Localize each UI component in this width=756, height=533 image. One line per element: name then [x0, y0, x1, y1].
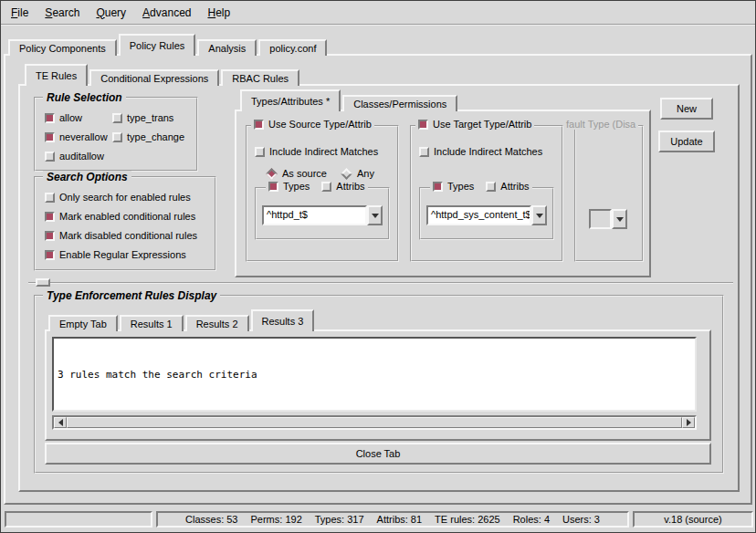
checkbox-indicator[interactable]: [433, 182, 443, 192]
checkbox-indicator[interactable]: [486, 182, 496, 192]
menu-advanced[interactable]: Advanced: [134, 3, 199, 23]
default-type-group: fault Type (Disa: [574, 125, 644, 262]
checkbox-label: Enable Regular Expressions: [59, 249, 186, 260]
rules-tab-row: TE Rules Conditional Expressions RBAC Ru…: [25, 64, 301, 86]
results-horizontal-scrollbar[interactable]: [52, 415, 697, 430]
tab-rbac-rules[interactable]: RBAC Rules: [221, 69, 299, 86]
tab-label: Empty Tab: [59, 319, 107, 329]
status-segment-stats: Classes: 53 Perms: 192 Types: 317 Attrib…: [156, 511, 629, 528]
source-types-attribs-group: Types Attribs ^httpd_t$: [255, 187, 390, 240]
target-group-legend[interactable]: Use Target Type/Attrib: [415, 119, 534, 130]
target-type-combo: ^httpd_sys_content_t$: [426, 205, 547, 225]
tab-results-3[interactable]: Results 3: [251, 309, 315, 331]
target-type-combo-button[interactable]: [531, 205, 547, 225]
target-types-attribs-group: Types Attribs ^httpd_sys_content_t$: [419, 187, 554, 240]
tab-label: Analysis: [208, 43, 246, 54]
stat-users: Users: 3: [562, 514, 600, 525]
checkbox-indicator: [45, 113, 55, 123]
target-types-attribs-legend: Types Attribs: [430, 181, 532, 192]
scrollbar-thumb[interactable]: [67, 417, 682, 428]
search-options-group: Search Options Only search for enabled r…: [34, 176, 216, 271]
target-group-label: Use Target Type/Attrib: [433, 119, 531, 130]
scroll-left-button[interactable]: [54, 417, 67, 428]
radio-as-source[interactable]: As source: [266, 167, 327, 180]
results-text-area[interactable]: 3 rules match the search criteria (5822)…: [52, 337, 697, 412]
tab-classes-permissions[interactable]: Classes/Permissions: [342, 95, 457, 111]
checkbox-label: type_trans: [127, 112, 173, 123]
checkbox-label: allow: [59, 112, 82, 123]
checkbox-label: Mark disabled conditional rules: [59, 230, 197, 241]
stat-te-rules: TE rules: 2625: [435, 514, 500, 525]
source-group-legend[interactable]: Use Source Type/Attrib: [251, 119, 374, 130]
results-group-title: Type Enforcement Rules Display: [43, 289, 220, 302]
arrow-left-icon: [58, 419, 63, 426]
checkbox-neverallow[interactable]: neverallow: [45, 131, 108, 143]
checkbox-mark-disabled[interactable]: Mark disabled conditional rules: [45, 229, 197, 242]
default-type-combo: [589, 209, 627, 229]
tab-label: Policy Components: [19, 43, 106, 54]
checkbox-indicator: [45, 152, 55, 162]
checkbox-mark-enabled[interactable]: Mark enabled conditional rules: [45, 210, 195, 223]
radio-indicator: [266, 168, 278, 180]
source-type-combo-button[interactable]: [367, 205, 383, 225]
scroll-right-button[interactable]: [682, 417, 695, 428]
checkbox-label: Types: [447, 181, 474, 192]
tab-policy-conf[interactable]: policy.conf: [258, 39, 327, 56]
tab-policy-rules[interactable]: Policy Rules: [119, 34, 196, 56]
menu-file[interactable]: File: [3, 3, 37, 23]
checkbox-label: Include Indirect Matches: [269, 146, 378, 157]
radio-any[interactable]: Any: [341, 167, 374, 180]
menu-help[interactable]: Help: [199, 3, 238, 23]
status-segment-version: v.18 (source): [633, 511, 753, 528]
tab-label: Results 1: [131, 319, 173, 329]
checkbox-indicator[interactable]: [321, 182, 331, 192]
tab-analysis[interactable]: Analysis: [197, 39, 257, 56]
target-type-combo-entry[interactable]: ^httpd_sys_content_t$: [426, 205, 531, 225]
tab-label: Classes/Permissions: [353, 99, 446, 110]
checkbox-label: Attribs: [336, 181, 364, 192]
tab-types-attributes[interactable]: Types/Attributes *: [240, 89, 341, 111]
checkbox-only-enabled[interactable]: Only search for enabled rules: [45, 191, 191, 204]
chevron-down-icon: [372, 214, 379, 218]
stat-roles: Roles: 4: [513, 514, 550, 525]
checkbox-target-indirect[interactable]: Include Indirect Matches: [419, 145, 542, 158]
menu-query[interactable]: Query: [88, 3, 134, 23]
tab-empty[interactable]: Empty Tab: [48, 315, 118, 331]
tab-label: policy.conf: [269, 43, 316, 54]
radio-label: As source: [282, 168, 327, 179]
tab-policy-components[interactable]: Policy Components: [8, 39, 117, 56]
tab-label: Policy Rules: [130, 40, 185, 51]
menu-search[interactable]: Search: [37, 3, 88, 23]
new-button-label: New: [677, 103, 697, 114]
source-type-group: Use Source Type/Attrib Include Indirect …: [246, 125, 399, 262]
checkbox-indicator: [45, 193, 55, 203]
tab-results-2[interactable]: Results 2: [185, 315, 249, 331]
new-button[interactable]: New: [660, 98, 713, 120]
checkbox-regex[interactable]: Enable Regular Expressions: [45, 248, 186, 261]
checkbox-allow[interactable]: allow: [45, 111, 82, 124]
default-type-title: fault Type (Disa: [563, 119, 638, 130]
results-summary: 3 rules match the search criteria: [58, 369, 257, 381]
search-options-title: Search Options: [43, 171, 131, 183]
checkbox-indicator[interactable]: [268, 182, 278, 192]
tab-results-1[interactable]: Results 1: [120, 315, 184, 331]
checkbox-label: neverallow: [59, 131, 108, 142]
pane-sash-handle[interactable]: [36, 278, 50, 287]
checkbox-auditallow[interactable]: auditallow: [45, 150, 104, 162]
close-tab-button[interactable]: Close Tab: [45, 443, 711, 465]
checkbox-indicator: [112, 132, 122, 142]
checkbox-label: Types: [283, 181, 310, 192]
source-type-combo-entry[interactable]: ^httpd_t$: [262, 205, 367, 225]
source-group-label: Use Source Type/Attrib: [268, 119, 372, 130]
close-tab-button-label: Close Tab: [356, 448, 401, 459]
checkbox-type-change[interactable]: type_change: [112, 131, 184, 143]
checkbox-source-indirect[interactable]: Include Indirect Matches: [255, 145, 378, 158]
checkbox-label: type_change: [127, 131, 184, 142]
default-type-combo-button: [612, 209, 627, 229]
checkbox-type-trans[interactable]: type_trans: [112, 111, 173, 124]
tab-te-rules[interactable]: TE Rules: [25, 64, 88, 86]
update-button[interactable]: Update: [658, 131, 715, 152]
checkbox-indicator: [112, 113, 122, 123]
chevron-down-icon: [616, 217, 624, 222]
tab-conditional-expressions[interactable]: Conditional Expressions: [89, 69, 219, 86]
